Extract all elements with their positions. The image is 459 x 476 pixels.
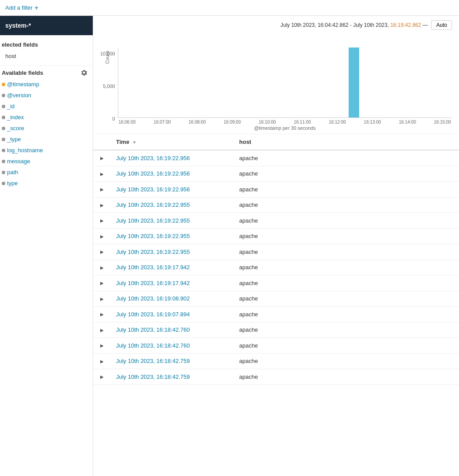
results-table: Time ▼ host ▶July 10th 2023, 16:19:22.95… — [93, 134, 459, 385]
table-row: ▶July 10th 2023, 16:19:17.942apache — [93, 260, 459, 275]
main-layout: system-* elected fields host Available f… — [0, 16, 459, 476]
available-field-@timestamp[interactable]: @timestamp — [0, 79, 93, 90]
field-name: host — [5, 53, 16, 59]
cell-host: apache — [234, 150, 459, 166]
chart-inner: Count 16:06:00 16:07:00 16:08:00 16:09:0… — [118, 42, 452, 130]
expand-row-button[interactable]: ▶ — [98, 264, 106, 271]
sort-arrow-icon: ▼ — [132, 140, 137, 145]
field-label: _id — [7, 103, 15, 110]
table-section: Time ▼ host ▶July 10th 2023, 16:19:22.95… — [93, 134, 459, 476]
available-field-path[interactable]: path — [0, 167, 93, 178]
available-field-type[interactable]: type — [0, 178, 93, 189]
cell-time: July 10th 2023, 16:19:22.956 — [111, 150, 234, 166]
expand-row-button[interactable]: ▶ — [98, 170, 106, 177]
available-field-message[interactable]: message — [0, 156, 93, 167]
cell-host: apache — [234, 338, 459, 354]
available-fields-section: Available fields @timestamp@version_id_i… — [0, 63, 93, 189]
table-row: ▶July 10th 2023, 16:19:22.955apache — [93, 228, 459, 244]
cell-time: July 10th 2023, 16:19:22.955 — [111, 213, 234, 229]
gear-icon[interactable] — [80, 69, 87, 76]
add-filter-button[interactable]: Add a filter + — [5, 4, 39, 12]
expand-row-button[interactable]: ▶ — [98, 373, 106, 381]
th-host: host — [234, 134, 459, 150]
expand-row-button[interactable]: ▶ — [98, 249, 106, 256]
table-row: ▶July 10th 2023, 16:19:22.956apache — [93, 182, 459, 198]
field-label: @timestamp — [7, 81, 39, 88]
available-field-log_hostname[interactable]: log_hostname — [0, 145, 93, 156]
cell-time: July 10th 2023, 16:19:17.942 — [111, 275, 234, 291]
field-label: type — [7, 180, 18, 187]
cell-time: July 10th 2023, 16:19:08.902 — [111, 291, 234, 307]
table-body: ▶July 10th 2023, 16:19:22.956apache▶July… — [93, 150, 459, 384]
table-row: ▶July 10th 2023, 16:19:22.956apache — [93, 166, 459, 182]
auto-button[interactable]: Auto — [431, 20, 452, 30]
cell-host: apache — [234, 291, 459, 307]
available-field-_type[interactable]: _type — [0, 134, 93, 145]
chart-wrapper: 10,000 5,000 0 Count 16:06:00 16:07:00 1… — [100, 33, 452, 130]
available-field-_score[interactable]: _score — [0, 123, 93, 134]
cell-host: apache — [234, 197, 459, 213]
table-row: ▶July 10th 2023, 16:19:22.955apache — [93, 244, 459, 260]
expand-row-button[interactable]: ▶ — [98, 155, 106, 162]
chart-section: July 10th 2023, 16:04:42.862 - July 10th… — [93, 16, 459, 134]
field-label: path — [7, 169, 18, 176]
field-label: @version — [7, 92, 31, 99]
cell-host: apache — [234, 353, 459, 369]
cell-host: apache — [234, 244, 459, 260]
time-range-bar: July 10th 2023, 16:04:42.862 - July 10th… — [100, 20, 452, 30]
plus-icon: + — [34, 4, 38, 12]
available-field-_index[interactable]: _index — [0, 112, 93, 123]
expand-row-button[interactable]: ▶ — [98, 201, 106, 209]
th-time[interactable]: Time ▼ — [111, 134, 234, 150]
table-row: ▶July 10th 2023, 16:19:22.956apache — [93, 150, 459, 166]
selected-fields-section: elected fields host — [0, 35, 93, 63]
table-row: ▶July 10th 2023, 16:18:42.759apache — [93, 369, 459, 385]
available-fields-list: @timestamp@version_id_index_score_typelo… — [0, 79, 93, 189]
table-row: ▶July 10th 2023, 16:19:07.894apache — [93, 307, 459, 322]
cell-time: July 10th 2023, 16:19:07.894 — [111, 307, 234, 322]
chart-x-title: @timestamp per 30 seconds — [118, 125, 452, 131]
selected-field-host[interactable]: host — [0, 51, 93, 62]
chart-bars-container — [118, 48, 452, 118]
cell-time: July 10th 2023, 16:19:22.956 — [111, 182, 234, 198]
cell-host: apache — [234, 275, 459, 291]
cell-time: July 10th 2023, 16:18:42.759 — [111, 353, 234, 369]
table-row: ▶July 10th 2023, 16:19:22.955apache — [93, 197, 459, 213]
expand-row-button[interactable]: ▶ — [98, 295, 106, 302]
field-dot-icon — [2, 94, 5, 97]
cell-time: July 10th 2023, 16:19:22.955 — [111, 197, 234, 213]
available-field-_id[interactable]: _id — [0, 101, 93, 112]
table-row: ▶July 10th 2023, 16:19:22.955apache — [93, 213, 459, 229]
field-dot-icon — [2, 116, 5, 119]
expand-row-button[interactable]: ▶ — [98, 233, 106, 240]
cell-host: apache — [234, 322, 459, 338]
cell-time: July 10th 2023, 16:18:42.760 — [111, 322, 234, 338]
cell-host: apache — [234, 213, 459, 229]
cell-time: July 10th 2023, 16:19:22.955 — [111, 228, 234, 244]
field-dot-icon — [2, 127, 5, 130]
y-label-0: 0 — [113, 116, 115, 121]
field-label: log_hostname — [7, 147, 43, 154]
chart-x-labels: 16:06:00 16:07:00 16:08:00 16:09:00 16:1… — [118, 120, 452, 124]
available-fields-header: Available fields — [0, 65, 93, 79]
expand-row-button[interactable]: ▶ — [98, 342, 106, 349]
available-field-@version[interactable]: @version — [0, 90, 93, 101]
field-dot-icon — [2, 83, 5, 86]
field-label: _type — [7, 136, 21, 143]
index-pattern-header[interactable]: system-* — [0, 16, 93, 35]
table-row: ▶July 10th 2023, 16:18:42.759apache — [93, 353, 459, 369]
table-row: ▶July 10th 2023, 16:19:08.902apache — [93, 291, 459, 307]
cell-host: apache — [234, 369, 459, 385]
cell-time: July 10th 2023, 16:18:42.759 — [111, 369, 234, 385]
expand-row-button[interactable]: ▶ — [98, 326, 106, 333]
cell-host: apache — [234, 166, 459, 182]
expand-row-button[interactable]: ▶ — [98, 186, 106, 193]
expand-row-button[interactable]: ▶ — [98, 217, 106, 224]
table-row: ▶July 10th 2023, 16:18:42.760apache — [93, 338, 459, 354]
expand-row-button[interactable]: ▶ — [98, 311, 106, 318]
expand-row-button[interactable]: ▶ — [98, 280, 106, 287]
top-bar: Add a filter + — [0, 0, 459, 16]
y-label-5000: 5,000 — [103, 84, 115, 89]
expand-row-button[interactable]: ▶ — [98, 358, 106, 365]
field-label: _index — [7, 114, 24, 121]
